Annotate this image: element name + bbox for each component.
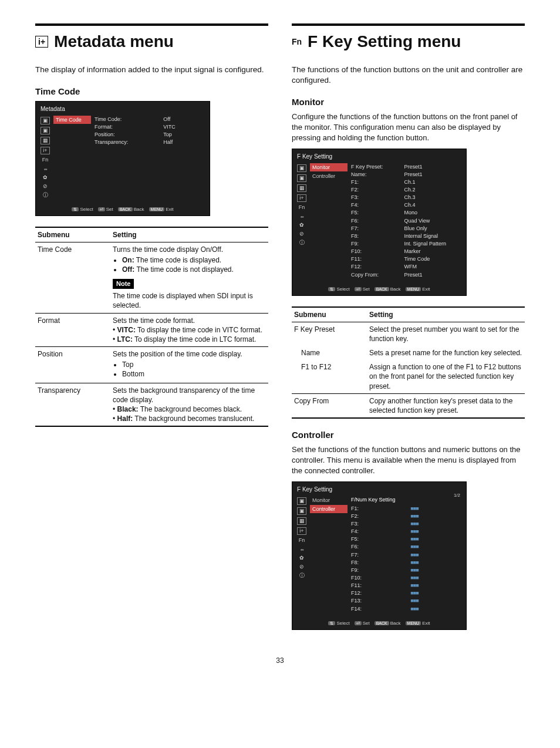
osd-title: Metadata [41,105,205,113]
timecode-settings-table: Submenu Setting Time CodeTurns the time … [35,227,268,427]
timecode-section-title: Time Code [35,86,268,97]
col-submenu: Submenu [292,307,367,322]
osd-page-indicator: 1/2 [454,493,460,499]
fn-icon: Fn [292,36,302,47]
metadata-intro: The display of information added to the … [35,65,268,75]
controller-desc: Set the functions of the function button… [292,444,525,476]
metadata-osd-screenshot: Metadata ▣▣▦i+Fn⏛✿⊘ⓘ Time Code Time Code… [35,101,210,215]
table-row: FormatSets the time code format.• VITC: … [35,313,268,347]
osd-title: F Key Setting [297,486,461,494]
table-row: TransparencySets the background transpar… [35,383,268,426]
table-row: Time CodeTurns the time code display On/… [35,242,268,313]
table-row: Copy FromCopy another function key's pre… [292,393,525,418]
monitor-osd-screenshot: F Key Setting ▣▣▦i+Fn⏛✿⊘ⓘ MonitorControl… [292,149,467,295]
fkey-menu-heading: Fn F Key Setting menu [292,31,525,53]
metadata-heading-text: Metadata menu [54,31,174,53]
fkey-intro: The functions of the function buttons on… [292,65,525,86]
col-setting: Setting [110,227,268,242]
osd-title: F Key Setting [297,153,461,161]
fkey-heading-text: F Key Setting menu [308,31,461,53]
controller-section-title: Controller [292,429,525,441]
table-row: F Key PresetSelect the preset number you… [292,322,525,346]
monitor-desc: Configure the functions of the function … [292,112,525,143]
col-submenu: Submenu [35,227,110,242]
controller-osd-screenshot: F Key Setting 1/2 ▣▣▦i+Fn⏛✿⊘ⓘ MonitorCon… [292,481,467,629]
osd-tab-timecode: Time Code [53,116,91,124]
monitor-settings-table: Submenu Setting F Key PresetSelect the p… [292,306,525,419]
table-row: PositionSets the position of the time co… [35,347,268,383]
metadata-menu-heading: i+ Metadata menu [35,31,268,53]
monitor-section-title: Monitor [292,96,525,108]
table-row: NameSets a preset name for the function … [292,346,525,360]
table-row: F1 to F12Assign a function to one of the… [292,360,525,393]
info-plus-icon: i+ [35,36,48,48]
col-setting: Setting [367,307,525,322]
page-number: 33 [35,656,525,665]
